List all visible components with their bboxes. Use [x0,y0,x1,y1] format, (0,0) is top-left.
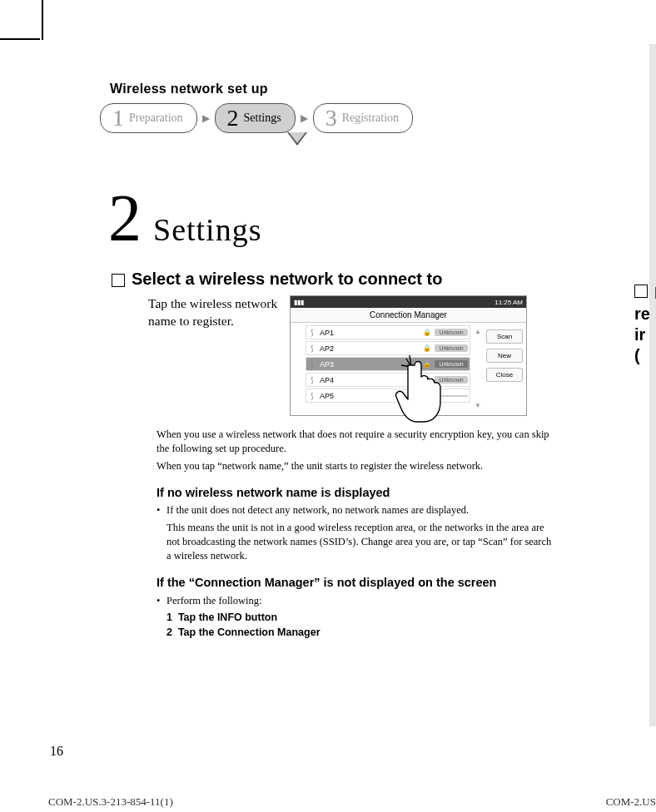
bullet-subtext: This means the unit is not in a good wir… [166,521,558,563]
list-item: ⟆AP1🔒Unknown [306,325,470,339]
tap-hand-icon [395,350,453,425]
scroll-up-icon: ▲ [473,328,483,335]
new-button: New [486,349,523,363]
mock-time: 11:25 AM [494,299,523,306]
page-number: 16 [50,744,63,759]
truncated-next-column: E re ir ( [634,283,656,366]
chevron-right-icon: ▶ [301,112,308,125]
screenshot-connection-manager: ▮▮▮ 11:25 AM Connection Manager ⟆AP1🔒Unk… [290,295,527,416]
ap-tag: Unknown [435,329,468,336]
bullet-icon: • [157,503,166,563]
wifi-icon: ⟆ [306,344,318,353]
steps-wrap: 1 Preparation ▶ 2 Settings ▶ 3 Registrat… [50,103,649,133]
footer-doc-id: COM-2.US.3-213-854-11(1) [48,795,173,809]
note-text: When you use a wireless network that doe… [157,428,558,456]
step-pill-preparation: 1 Preparation [100,103,197,133]
step-indicator: 1 Preparation ▶ 2 Settings ▶ 3 Registrat… [100,103,649,133]
chevron-right-icon: ▶ [202,112,210,125]
bullet-item: • If the unit does not detect any networ… [157,503,558,563]
title-text: Settings [153,211,261,248]
bullet-icon: • [157,594,166,608]
numbered-step: 2 Tap the Connection Manager [166,626,649,638]
bullet-text: If the unit does not detect any network,… [166,504,469,516]
checkbox-icon [634,285,648,298]
wifi-icon: ⟆ [306,329,318,337]
step-label: Settings [244,111,281,125]
page-edge-shade [649,44,656,726]
bullet-text: Perform the following: [166,594,558,608]
scan-button: Scan [486,329,523,344]
step-num: 2 [227,106,239,130]
ap-name: AP1 [318,329,423,337]
numbered-step: 1 Tap the INFO button [166,611,649,623]
lock-icon: 🔒 [423,329,433,336]
step-label: Registration [342,111,399,125]
footer-doc-id-right: COM-2.US [606,795,656,809]
section-body-row: Tap the wireless network name to registe… [148,295,649,416]
note-text: When you tap “network name,” the unit st… [157,459,558,473]
step-pill-settings: 2 Settings [215,103,296,133]
step-num: 1 [112,106,124,130]
wifi-icon: ⟆ [306,360,318,369]
crop-mark-horizontal [0,38,40,40]
step-num: 3 [326,106,337,130]
section-heading-text: Select a wireless network to connect to [132,270,442,289]
crop-mark-vertical [42,0,43,40]
mock-status-bar: ▮▮▮ 11:25 AM [291,296,526,308]
page-title: 2 Settings [108,185,649,251]
scroll-down-icon: ▼ [473,402,483,409]
mock-scrollbar: ▲ ▼ [473,323,483,414]
active-step-pointer-fill [289,132,306,143]
breadcrumb-title: Wireless network set up [110,82,649,97]
sub-heading: If no wireless network name is displayed [157,485,558,501]
sub-heading: If the “Connection Manager” is not displ… [157,575,558,591]
mock-side-buttons: Scan New Close [483,323,526,414]
step-label: Preparation [129,111,183,125]
step-pill-registration: 3 Registration [313,103,413,133]
title-number: 2 [108,185,142,251]
close-button: Close [486,368,523,382]
battery-icon: ▮▮▮ [294,299,304,306]
bullet-item: • Perform the following: [157,594,558,608]
wifi-icon: ⟆ [306,392,318,400]
wifi-icon: ⟆ [306,376,318,384]
checkbox-icon [112,274,125,287]
mock-window-title: Connection Manager [291,308,526,323]
section-body-text: Tap the wireless network name to registe… [148,295,281,416]
section-heading: Select a wireless network to connect to [112,270,649,289]
page-content: Wireless network set up 1 Preparation ▶ … [50,50,649,782]
